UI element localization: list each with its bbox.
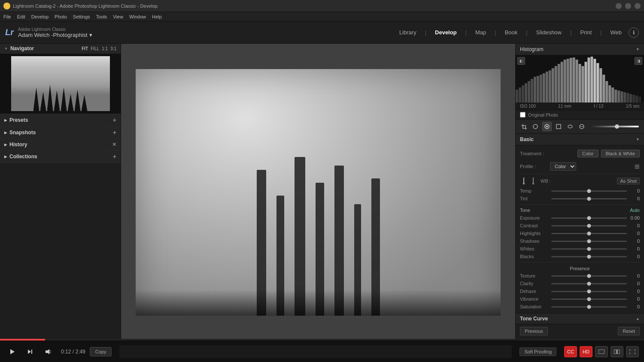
presets-add-button[interactable]: + (113, 117, 116, 124)
brand-user[interactable]: Adam Welch -Photographist ▾ (18, 32, 92, 38)
radial-filter-tool[interactable] (565, 122, 575, 131)
nav-web[interactable]: Web (611, 29, 622, 36)
highlights-slider-track[interactable] (551, 233, 627, 234)
soft-proofing-button[interactable]: Soft Proofing (519, 347, 556, 356)
collections-add-button[interactable]: + (113, 153, 116, 160)
blacks-slider-track[interactable] (551, 256, 627, 257)
texture-slider-track[interactable] (551, 275, 627, 277)
whites-slider-track[interactable] (551, 248, 627, 250)
clarity-slider-thumb[interactable] (587, 282, 591, 286)
clarity-slider-track[interactable] (551, 283, 627, 284)
color-treatment-button[interactable]: Color (577, 150, 598, 157)
center-canvas[interactable] (121, 44, 515, 341)
shadows-slider-track[interactable] (551, 241, 627, 242)
volume-button[interactable] (41, 345, 55, 359)
presets-header[interactable]: ▶ Presets + (0, 114, 121, 126)
tool-opacity-thumb[interactable] (615, 124, 619, 129)
whites-slider-thumb[interactable] (587, 247, 591, 251)
previous-button[interactable]: Previous (520, 327, 548, 335)
info-button[interactable]: ℹ (629, 27, 639, 38)
view-mode-2-button[interactable] (611, 346, 623, 357)
saturation-slider-thumb[interactable] (587, 305, 591, 309)
wb-eyedropper-tool-2[interactable] (529, 177, 537, 185)
menu-file[interactable]: File (3, 14, 11, 19)
tone-auto-button[interactable]: Auto (630, 208, 640, 213)
contrast-slider-thumb[interactable] (587, 224, 591, 228)
blacks-slider-thumb[interactable] (587, 255, 591, 259)
contrast-slider-track[interactable] (551, 225, 627, 226)
hd-button[interactable]: HD (580, 346, 592, 357)
menu-develop[interactable]: Develop (31, 14, 49, 19)
menu-edit[interactable]: Edit (17, 14, 25, 19)
nav-library[interactable]: Library (399, 29, 416, 36)
tone-curve-section-header[interactable]: Tone Curve ▲ (516, 313, 644, 324)
graduated-filter-tool[interactable] (554, 122, 563, 131)
copy-button[interactable]: Copy (90, 347, 112, 356)
zoom-3-1[interactable]: 3:1 (110, 46, 116, 51)
profile-grid-button[interactable]: ⊞ (635, 163, 640, 170)
history-clear-button[interactable]: ✕ (112, 142, 116, 148)
zoom-fill[interactable]: FILL (91, 46, 99, 51)
texture-slider-thumb[interactable] (587, 274, 591, 278)
bw-treatment-button[interactable]: Black & White (601, 150, 640, 157)
menu-settings[interactable]: Settings (73, 14, 90, 19)
play-button[interactable] (5, 345, 19, 359)
maximize-button[interactable] (625, 3, 631, 9)
tint-slider-thumb[interactable] (587, 197, 591, 201)
history-header[interactable]: ▶ History ✕ (0, 139, 121, 150)
temp-slider-thumb[interactable] (587, 189, 591, 193)
reset-button[interactable]: Reset (618, 327, 640, 335)
exposure-slider-thumb[interactable] (587, 216, 591, 220)
close-button[interactable] (635, 3, 641, 9)
nav-book[interactable]: Book (505, 29, 518, 36)
zoom-fit[interactable]: FIT (82, 46, 88, 51)
temp-slider-track[interactable] (551, 190, 627, 192)
vibrance-slider-thumb[interactable] (587, 297, 591, 301)
window-controls[interactable] (616, 3, 641, 9)
adjustment-brush-tool[interactable] (577, 122, 586, 131)
menu-photo[interactable]: Photo (55, 14, 67, 19)
tint-slider-track[interactable] (551, 198, 627, 199)
svg-rect-45 (522, 128, 527, 129)
original-photo-checkbox[interactable] (520, 112, 526, 118)
exposure-slider-track[interactable] (551, 217, 627, 219)
view-mode-1-button[interactable] (595, 346, 608, 357)
menu-help[interactable]: Help (152, 14, 162, 19)
spot-removal-tool[interactable] (531, 122, 540, 131)
nav-divider-2: | (465, 29, 467, 36)
histogram-highlight-clipping[interactable]: ◨ (635, 57, 642, 65)
zoom-1-1[interactable]: 1:1 (102, 46, 108, 51)
navigator-preview[interactable] (0, 54, 121, 114)
cc-button[interactable]: CC (564, 346, 577, 357)
menu-tools[interactable]: Tools (96, 14, 107, 19)
menu-view[interactable]: View (113, 14, 123, 19)
next-frame-button[interactable] (23, 345, 37, 359)
minimize-button[interactable] (616, 3, 622, 9)
snapshots-header[interactable]: ▶ Snapshots + (0, 127, 121, 139)
histogram-dropdown-icon[interactable]: ▼ (636, 47, 640, 51)
saturation-slider-track[interactable] (551, 306, 627, 308)
histogram-shadow-clipping[interactable]: ◧ (517, 57, 525, 65)
menu-window[interactable]: Window (129, 14, 146, 19)
video-progress-bar[interactable] (0, 339, 644, 341)
fullscreen-button[interactable] (626, 346, 639, 357)
dehaze-slider-track[interactable] (551, 291, 627, 292)
collections-header[interactable]: ▶ Collections + (0, 151, 121, 163)
shadows-slider-thumb[interactable] (587, 239, 591, 243)
snapshots-add-button[interactable]: + (113, 129, 116, 136)
tool-opacity-slider[interactable] (590, 126, 639, 127)
wb-eyedropper-tool[interactable] (520, 177, 528, 185)
nav-slideshow[interactable]: Slideshow (536, 29, 562, 36)
crop-tool[interactable] (519, 122, 529, 131)
nav-print[interactable]: Print (580, 29, 592, 36)
nav-develop[interactable]: Develop (435, 29, 457, 36)
dehaze-slider-thumb[interactable] (587, 290, 591, 293)
nav-map[interactable]: Map (475, 29, 486, 36)
red-eye-tool[interactable] (542, 122, 552, 131)
highlights-slider-thumb[interactable] (587, 232, 591, 235)
vibrance-slider-track[interactable] (551, 299, 627, 300)
basic-section-header[interactable]: Basic ▼ (516, 134, 644, 145)
histogram-header: Histogram ▼ (516, 44, 644, 55)
wb-value[interactable]: As Shot (617, 178, 640, 184)
profile-select[interactable]: Color (550, 162, 576, 171)
